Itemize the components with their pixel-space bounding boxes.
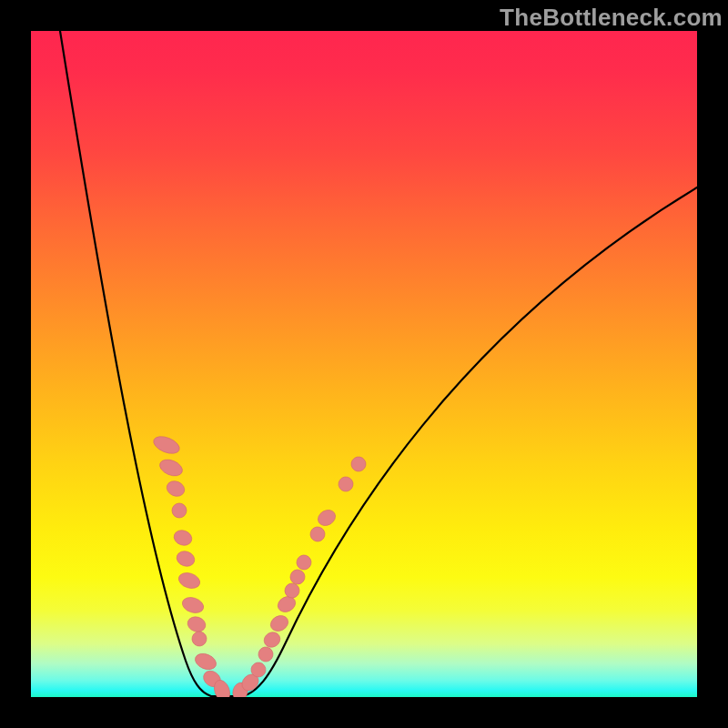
curve-layer	[60, 31, 697, 696]
marker-left-6	[177, 571, 202, 592]
marker-right-9	[294, 552, 314, 572]
marker-right-10	[308, 524, 328, 544]
marker-left-1	[157, 457, 185, 480]
plot-area	[31, 31, 697, 697]
marker-left-5	[175, 549, 197, 569]
marker-left-2	[165, 479, 187, 499]
marker-right-5	[268, 612, 290, 633]
marker-left-0	[151, 433, 182, 457]
curve-left-curve	[60, 31, 228, 696]
marker-left-9	[190, 630, 208, 648]
marker-left-8	[186, 614, 207, 633]
watermark-text: TheBottleneck.com	[500, 4, 723, 32]
curve-right-curve	[228, 187, 697, 696]
marker-left-3	[170, 501, 189, 521]
marker-left-10	[193, 651, 218, 672]
marker-left-7	[180, 595, 206, 616]
marker-right-13	[349, 454, 369, 474]
outer-frame: TheBottleneck.com	[0, 0, 728, 728]
marker-left-4	[172, 528, 194, 548]
chart-svg	[31, 31, 697, 697]
marker-right-12	[336, 474, 356, 494]
marker-right-11	[315, 507, 338, 529]
